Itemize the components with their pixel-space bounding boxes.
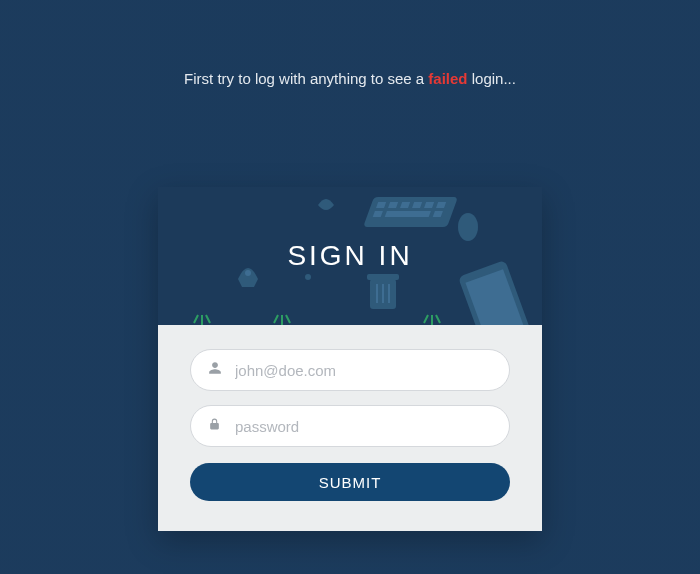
password-row: [190, 405, 510, 447]
password-input[interactable]: [190, 405, 510, 447]
signin-card: SIGN IN SUBMIT: [158, 187, 542, 531]
email-row: [190, 349, 510, 391]
hint-highlight: failed: [428, 70, 467, 87]
hint-suffix: login...: [468, 70, 516, 87]
svg-rect-10: [385, 211, 431, 217]
svg-point-12: [458, 213, 478, 241]
email-input[interactable]: [190, 349, 510, 391]
hint-text: First try to log with anything to see a …: [0, 70, 700, 87]
svg-point-20: [305, 274, 311, 280]
svg-point-1: [245, 270, 251, 276]
page: First try to log with anything to see a …: [0, 0, 700, 574]
card-body: SUBMIT: [158, 325, 542, 531]
card-header: SIGN IN: [158, 187, 542, 325]
svg-rect-14: [367, 274, 399, 280]
submit-button[interactable]: SUBMIT: [190, 463, 510, 501]
card-title: SIGN IN: [287, 240, 412, 272]
hint-prefix: First try to log with anything to see a: [184, 70, 428, 87]
